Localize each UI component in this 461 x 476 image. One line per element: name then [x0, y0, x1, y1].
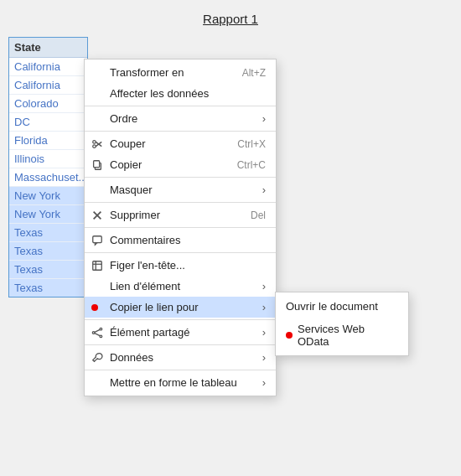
menu-item-label: Masquer: [110, 184, 153, 196]
table-row[interactable]: New York: [9, 187, 87, 205]
context-menu: Transformer en Alt+Z Affecter les donnée…: [84, 59, 277, 396]
menu-item-donnees[interactable]: Données ›: [85, 347, 276, 368]
table-row[interactable]: Texas: [9, 242, 87, 261]
submenu-item-label: Ouvrir le document: [286, 300, 378, 313]
chevron-right-icon: ›: [262, 280, 266, 292]
menu-item-label: Copier: [110, 158, 142, 171]
chevron-right-icon: ›: [262, 301, 266, 313]
svg-point-0: [93, 140, 96, 143]
svg-point-1: [93, 144, 96, 147]
table-row[interactable]: California: [9, 58, 87, 76]
menu-item-couper[interactable]: Couper Ctrl+X: [85, 133, 276, 154]
submenu-item-odata[interactable]: Services Web OData: [276, 318, 408, 353]
menu-separator: [85, 106, 276, 106]
menu-item-label: Affecter les données: [110, 87, 209, 100]
red-dot-icon: [91, 304, 98, 311]
menu-item-commentaires[interactable]: Commentaires: [85, 230, 276, 251]
freeze-icon: [91, 260, 103, 272]
menu-shortcut: Del: [251, 210, 266, 221]
svg-rect-8: [93, 235, 102, 242]
x-icon: [91, 210, 103, 221]
menu-shortcut: Ctrl+X: [237, 138, 266, 150]
share-icon: [91, 327, 103, 339]
menu-item-label: Ordre: [110, 112, 137, 125]
scissors-icon: [91, 138, 103, 150]
menu-item-mettre-forme[interactable]: Mettre en forme le tableau ›: [85, 372, 276, 393]
svg-point-14: [92, 331, 95, 334]
menu-item-lien[interactable]: Lien d'élément ›: [85, 276, 276, 297]
svg-line-15: [95, 329, 100, 332]
svg-rect-9: [93, 261, 102, 270]
chevron-right-icon: ›: [262, 326, 266, 339]
menu-item-element-partage[interactable]: Élément partagé ›: [85, 322, 276, 343]
menu-separator: [85, 319, 276, 320]
copy-icon: [91, 159, 103, 171]
menu-item-label: Commentaires: [110, 234, 181, 246]
table-row[interactable]: California: [9, 76, 87, 95]
table-row[interactable]: Florida: [9, 132, 87, 150]
menu-separator: [85, 227, 276, 228]
menu-item-label: Élément partagé: [110, 326, 189, 339]
chevron-right-icon: ›: [262, 376, 266, 389]
menu-item-ordre[interactable]: Ordre ›: [85, 108, 276, 129]
table-row[interactable]: Colorado: [9, 95, 87, 113]
chevron-right-icon: ›: [262, 351, 266, 364]
menu-item-transformer[interactable]: Transformer en Alt+Z: [85, 62, 276, 83]
menu-item-figer[interactable]: Figer l'en-tête...: [85, 255, 276, 276]
menu-shortcut: Ctrl+C: [237, 159, 266, 171]
svg-point-13: [100, 335, 102, 338]
menu-separator: [85, 344, 276, 345]
table-row[interactable]: Texas: [9, 224, 87, 242]
table-row[interactable]: Texas: [9, 279, 87, 297]
submenu-copier-lien: Ouvrir le document Services Web OData: [275, 292, 409, 356]
menu-item-supprimer[interactable]: Supprimer Del: [85, 204, 276, 225]
svg-rect-5: [94, 160, 100, 167]
table-header: State: [9, 38, 87, 58]
submenu-item-ouvrir[interactable]: Ouvrir le document: [276, 295, 408, 318]
table-row[interactable]: Illinois: [9, 150, 87, 168]
svg-point-12: [100, 328, 102, 330]
table-row[interactable]: Massachuset...: [9, 168, 87, 187]
menu-item-label: Copier le lien pour: [110, 301, 199, 313]
menu-item-label: Supprimer: [110, 209, 160, 221]
chevron-right-icon: ›: [262, 112, 266, 125]
menu-item-copier[interactable]: Copier Ctrl+C: [85, 154, 276, 175]
menu-item-label: Données: [110, 351, 153, 364]
submenu-item-label: Services Web OData: [298, 323, 398, 348]
menu-shortcut: Alt+Z: [242, 67, 266, 79]
menu-item-label: Lien d'élément: [110, 280, 180, 292]
svg-line-16: [95, 333, 100, 335]
menu-separator: [85, 252, 276, 253]
table-row[interactable]: Texas: [9, 261, 87, 279]
menu-item-label: Figer l'en-tête...: [110, 259, 185, 272]
menu-item-copier-lien[interactable]: Copier le lien pour ›: [85, 297, 276, 318]
comment-icon: [91, 235, 103, 246]
table-row[interactable]: DC: [9, 113, 87, 132]
menu-separator: [85, 131, 276, 132]
red-dot-icon: [286, 332, 293, 339]
menu-item-label: Transformer en: [110, 66, 184, 79]
menu-separator: [85, 202, 276, 203]
page-title: Rapport 1: [0, 0, 461, 34]
menu-item-label: Mettre en forme le tableau: [110, 376, 237, 389]
menu-item-affecter[interactable]: Affecter les données: [85, 83, 276, 104]
menu-separator: [85, 370, 276, 370]
menu-item-label: Couper: [110, 137, 146, 150]
table-row[interactable]: New York: [9, 205, 87, 224]
wrench-icon: [91, 352, 103, 364]
menu-item-masquer[interactable]: Masquer ›: [85, 179, 276, 200]
state-table: State California California Colorado DC …: [8, 37, 88, 298]
menu-separator: [85, 177, 276, 178]
chevron-right-icon: ›: [262, 184, 266, 196]
